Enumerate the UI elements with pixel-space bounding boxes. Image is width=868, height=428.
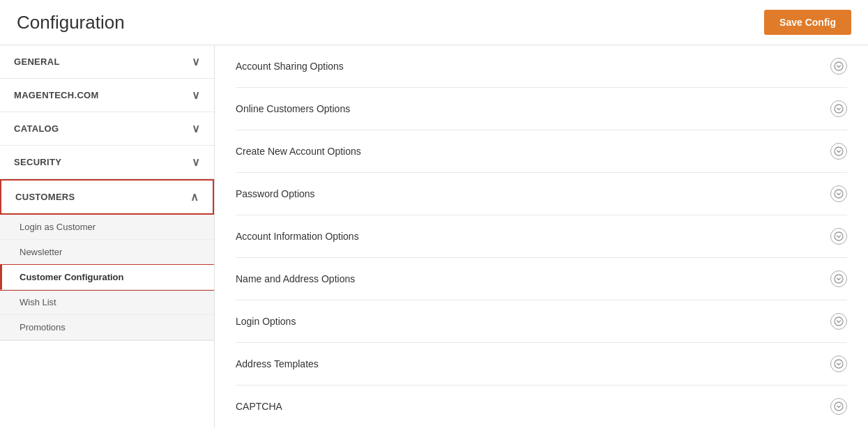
expand-icon-name-address[interactable] bbox=[830, 270, 847, 287]
config-item-label-online-customers: Online Customers Options bbox=[236, 103, 350, 114]
sidebar: GENERAL∨MAGENTECH.COM∨CATALOG∨SECURITY∨C… bbox=[0, 45, 215, 428]
svg-point-0 bbox=[835, 62, 843, 70]
sidebar-section-chevron-customers: ∧ bbox=[190, 190, 199, 204]
sidebar-section-customers: CUSTOMERS∧Login as CustomerNewsletterCus… bbox=[0, 179, 214, 341]
main-layout: GENERAL∨MAGENTECH.COM∨CATALOG∨SECURITY∨C… bbox=[0, 45, 868, 428]
expand-icon-account-information[interactable] bbox=[830, 228, 847, 245]
sidebar-section-label-catalog: CATALOG bbox=[14, 123, 59, 134]
config-item-create-new-account: Create New Account Options bbox=[236, 130, 847, 173]
sidebar-sub-item-promotions[interactable]: Promotions bbox=[0, 315, 214, 340]
config-item-label-login-options: Login Options bbox=[236, 316, 296, 327]
expand-icon-online-customers[interactable] bbox=[830, 100, 847, 117]
sidebar-section-header-catalog[interactable]: CATALOG∨ bbox=[0, 112, 214, 145]
config-item-online-customers: Online Customers Options bbox=[236, 88, 847, 130]
sidebar-section-label-magentech: MAGENTECH.COM bbox=[14, 90, 99, 100]
expand-icon-address-templates[interactable] bbox=[830, 356, 847, 372]
config-item-label-create-new-account: Create New Account Options bbox=[236, 146, 361, 157]
sidebar-sub-item-newsletter[interactable]: Newsletter bbox=[0, 240, 214, 265]
sidebar-section-magentech: MAGENTECH.COM∨ bbox=[0, 79, 214, 112]
config-item-account-information: Account Information Options bbox=[236, 215, 847, 258]
svg-point-3 bbox=[835, 190, 843, 198]
config-item-label-account-sharing: Account Sharing Options bbox=[236, 61, 344, 72]
config-item-password-options: Password Options bbox=[236, 173, 847, 215]
svg-point-5 bbox=[835, 275, 843, 283]
config-item-name-address: Name and Address Options bbox=[236, 258, 847, 300]
sidebar-section-catalog: CATALOG∨ bbox=[0, 112, 214, 146]
svg-point-6 bbox=[835, 317, 843, 326]
svg-point-1 bbox=[835, 105, 843, 113]
sidebar-section-chevron-catalog: ∨ bbox=[192, 122, 200, 135]
config-item-label-captcha: CAPTCHA bbox=[236, 401, 282, 412]
sidebar-section-header-security[interactable]: SECURITY∨ bbox=[0, 146, 214, 178]
config-item-account-sharing: Account Sharing Options bbox=[236, 45, 847, 88]
expand-icon-account-sharing[interactable] bbox=[830, 58, 847, 75]
sidebar-section-chevron-general: ∨ bbox=[192, 55, 200, 68]
config-item-label-password-options: Password Options bbox=[236, 188, 315, 199]
config-item-label-name-address: Name and Address Options bbox=[236, 273, 355, 284]
expand-icon-login-options[interactable] bbox=[830, 313, 847, 330]
expand-icon-password-options[interactable] bbox=[830, 185, 847, 202]
config-item-label-address-templates: Address Templates bbox=[236, 358, 319, 369]
sidebar-section-header-customers[interactable]: CUSTOMERS∧ bbox=[0, 179, 214, 215]
save-config-button[interactable]: Save Config bbox=[764, 10, 851, 35]
svg-point-2 bbox=[835, 147, 843, 155]
page-title: Configuration bbox=[17, 12, 125, 33]
config-item-login-options: Login Options bbox=[236, 300, 847, 343]
svg-point-7 bbox=[835, 360, 843, 368]
sidebar-sub-item-wish-list[interactable]: Wish List bbox=[0, 290, 214, 315]
svg-point-4 bbox=[835, 232, 843, 240]
sidebar-section-header-general[interactable]: GENERAL∨ bbox=[0, 45, 214, 78]
sidebar-section-chevron-security: ∨ bbox=[192, 155, 200, 169]
sidebar-section-chevron-magentech: ∨ bbox=[192, 89, 200, 102]
sidebar-sub-item-customer-configuration[interactable]: Customer Configuration bbox=[0, 265, 214, 290]
config-item-address-templates: Address Templates bbox=[236, 343, 847, 385]
config-item-captcha: CAPTCHA bbox=[236, 385, 847, 427]
sidebar-section-header-magentech[interactable]: MAGENTECH.COM∨ bbox=[0, 79, 214, 112]
expand-icon-create-new-account[interactable] bbox=[830, 143, 847, 160]
sidebar-section-general: GENERAL∨ bbox=[0, 45, 214, 79]
header: Configuration Save Config bbox=[0, 0, 868, 45]
sidebar-sub-item-login-as-customer[interactable]: Login as Customer bbox=[0, 215, 214, 240]
config-item-label-account-information: Account Information Options bbox=[236, 231, 359, 242]
expand-icon-captcha[interactable] bbox=[830, 398, 847, 415]
svg-point-8 bbox=[835, 402, 843, 411]
sidebar-section-security: SECURITY∨ bbox=[0, 146, 214, 179]
sidebar-sub-items-customers: Login as CustomerNewsletterCustomer Conf… bbox=[0, 215, 214, 340]
content-area: Account Sharing Options Online Customers… bbox=[215, 45, 868, 428]
sidebar-section-label-customers: CUSTOMERS bbox=[15, 192, 75, 202]
sidebar-section-label-general: GENERAL bbox=[14, 56, 60, 67]
sidebar-section-label-security: SECURITY bbox=[14, 157, 61, 167]
